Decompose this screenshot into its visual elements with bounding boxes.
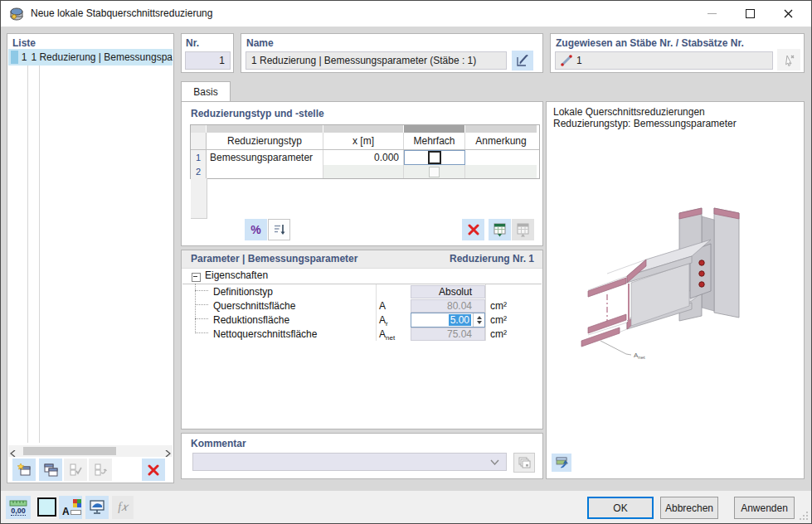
param-label: Definitionstyp (213, 286, 273, 298)
tree-line (195, 284, 196, 333)
spinner-down-button[interactable] (477, 321, 482, 324)
reduction-area-value[interactable]: 5.00 (449, 314, 471, 326)
param-unit: cm² (490, 328, 507, 340)
apply-button[interactable]: Anwenden (734, 497, 795, 519)
new-item-button[interactable] (12, 458, 36, 481)
minus-icon (193, 276, 197, 277)
column-header[interactable]: Reduzierungstyp (207, 133, 323, 149)
mehrfach-cell[interactable] (404, 165, 465, 178)
rownum-cell: 1 (191, 150, 207, 165)
scroll-left-arrow[interactable] (10, 448, 17, 459)
comment-combobox[interactable] (192, 453, 507, 471)
reduction-area-spinbox[interactable]: 5.00 (411, 313, 485, 328)
column-header[interactable]: x [m] (323, 133, 404, 149)
chevron-down-icon[interactable] (490, 459, 499, 465)
tab-basis[interactable]: Basis (181, 81, 231, 102)
dialog-footer: 0,00 A f𝑥 OK Abbrechen (1, 490, 811, 523)
param-label: Reduktionsfläche (213, 314, 289, 326)
assigned-value: 1 (576, 55, 582, 66)
edit-pencil-icon (516, 54, 529, 67)
resize-grip[interactable] (799, 511, 809, 521)
param-unit: cm² (490, 314, 507, 326)
window-title: Neue lokale Stabquerschnittsreduzierung (31, 7, 212, 19)
reduction-type-cell[interactable]: Bemessungsparameter (207, 150, 323, 165)
select-all-button (64, 458, 87, 481)
reduction-type-cell[interactable] (207, 165, 323, 178)
scroll-right-arrow[interactable] (164, 448, 171, 459)
sort-button[interactable] (268, 219, 290, 240)
tree-collapse-toggle[interactable] (192, 273, 201, 282)
list-label: Liste (12, 37, 36, 49)
list-gridline (39, 49, 40, 443)
units-value: 0,00 (11, 507, 26, 516)
member-icon (560, 54, 573, 67)
reduction-section: Reduzierungstyp und -stelle Reduzierungs… (181, 101, 543, 246)
nr-value: 1 (219, 55, 225, 66)
name-value-field[interactable]: 1 Reduzierung | Bemessungsparameter (Stä… (246, 51, 507, 70)
list-item[interactable]: 1 1 Reduzierung | Bemessungspa (8, 49, 173, 66)
list-scrollbar[interactable] (8, 445, 173, 457)
column-header[interactable]: Anmerkung (465, 133, 537, 149)
mehrfach-cell[interactable] (404, 150, 465, 165)
definitionstyp-value[interactable]: Absolut (411, 285, 485, 298)
units-settings-button[interactable]: 0,00 (6, 496, 31, 519)
tree-stub (195, 304, 208, 305)
pick-members-button[interactable] (777, 49, 800, 70)
parameters-header: Parameter | Bemessungsparameter Reduzier… (182, 250, 542, 269)
assigned-value-field[interactable]: 1 (555, 51, 773, 70)
list-gridline (27, 49, 28, 443)
header-rownum (191, 133, 207, 149)
delete-item-button[interactable] (142, 458, 165, 481)
rendering-button[interactable] (85, 496, 109, 519)
list-item-color-swatch (11, 51, 18, 64)
net-area-annotation: Anet (634, 352, 645, 360)
graphic-options-button[interactable] (552, 454, 571, 472)
edit-name-button[interactable] (512, 51, 533, 70)
table-column-strip (191, 125, 539, 133)
display-properties-button[interactable]: A (59, 496, 82, 519)
ok-label: OK (613, 502, 627, 514)
graphic-caption-1: Lokale Querschnittsreduzierungen (553, 106, 705, 118)
dialog-window: Neue lokale Stabquerschnittsreduzierung … (0, 0, 812, 524)
anmerkung-cell[interactable] (465, 165, 537, 178)
strip-cell (465, 125, 537, 133)
list-panel: Liste 1 1 Reduzierung | Bemessungspa (7, 33, 174, 483)
x-value-cell[interactable]: 0.000 (323, 150, 404, 165)
cancel-button[interactable]: Abbrechen (660, 497, 718, 519)
minimize-button[interactable] (693, 1, 731, 27)
strip-cell (323, 125, 404, 133)
ok-button[interactable]: OK (587, 497, 654, 519)
column-header[interactable]: Mehrfach (404, 133, 465, 149)
rownum-cell: 2 (191, 165, 207, 178)
table-row: 1 Bemessungsparameter 0.000 (191, 150, 539, 165)
param-symbol: A (379, 300, 386, 313)
excel-export-button[interactable] (489, 219, 511, 240)
reduction-title: Reduzierungstyp und -stelle (191, 108, 324, 119)
maximize-button[interactable] (731, 1, 769, 27)
delete-row-button[interactable] (462, 219, 484, 240)
display-properties-icon: A (62, 499, 79, 516)
reduction-number-badge: Reduzierung Nr. 1 (450, 253, 534, 264)
param-symbol: Ar (379, 314, 388, 328)
anmerkung-cell[interactable] (465, 150, 537, 165)
percent-button[interactable]: % (245, 219, 267, 240)
x-value-cell[interactable] (323, 165, 404, 178)
table-row: 2 (191, 165, 539, 178)
scroll-thumb[interactable] (23, 447, 116, 455)
strip-cell-selected (404, 125, 465, 133)
close-button[interactable] (769, 1, 807, 27)
name-panel: Name 1 Reduzierung | Bemessungsparameter… (241, 33, 543, 73)
parameters-section: Parameter | Bemessungsparameter Reduzier… (181, 250, 543, 429)
nr-panel: Nr. 1 (181, 33, 234, 73)
excel-import-button (512, 219, 534, 240)
area-value: 80.04 (411, 299, 485, 313)
background-color-well[interactable] (37, 497, 56, 517)
apply-label: Anwenden (741, 502, 788, 514)
spinner-up-button[interactable] (477, 316, 482, 319)
assigned-panel: Zugewiesen an Stäbe Nr. / Stabsätze Nr. … (550, 33, 805, 73)
maximize-icon (746, 9, 755, 18)
layered-pages-icon (518, 457, 531, 469)
list-item-number: 1 (20, 51, 27, 63)
mehrfach-checkbox[interactable] (428, 151, 441, 164)
copy-item-button[interactable] (39, 458, 62, 481)
